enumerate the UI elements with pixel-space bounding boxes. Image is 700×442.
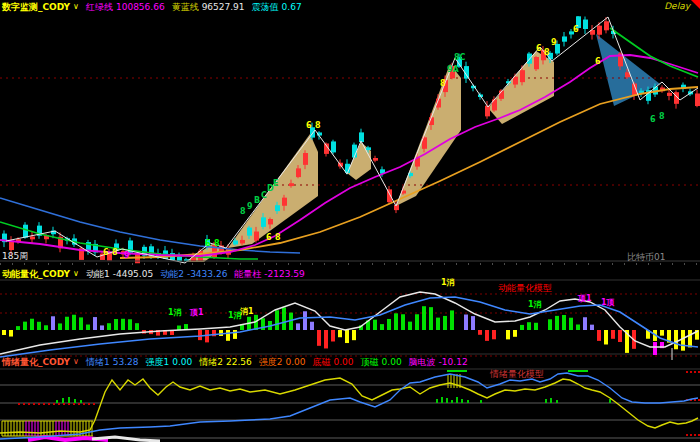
- alert-corner-triangle-icon: [691, 0, 700, 9]
- delay-badge[interactable]: Delay: [664, 1, 690, 11]
- signal-marker: 1消: [168, 309, 182, 317]
- signal-marker: 9A: [447, 66, 459, 74]
- momentum-indicator-values: 动能1-4495.05动能2-3433.26能量柱-2123.59: [86, 268, 305, 280]
- momentum-model-label: 动能量化模型: [498, 283, 552, 293]
- signal-marker: 8: [240, 208, 246, 216]
- chevron-down-icon[interactable]: ∨: [73, 268, 79, 280]
- signal-marker: 1顶: [601, 299, 615, 307]
- main-indicator-values: 红绿线100856.66黄蓝线96527.91震荡值0.67: [86, 1, 302, 13]
- signal-marker: 9: [124, 252, 130, 260]
- signal-marker: 6: [536, 45, 542, 53]
- indicator-field: 强度20.00: [259, 356, 306, 368]
- signal-marker: 9: [247, 203, 253, 211]
- signal-marker: 顶1: [190, 309, 204, 317]
- period-label: 185周: [2, 251, 28, 261]
- chevron-down-icon[interactable]: ∨: [73, 1, 79, 13]
- signal-marker: 顶1: [578, 295, 592, 303]
- indicator-field: 情绪222.56: [199, 356, 252, 368]
- trading-app-window: 数字监测_CODY ∨ 红绿线100856.66黄蓝线96527.91震荡值0.…: [0, 0, 700, 442]
- signal-marker: B: [254, 197, 260, 205]
- sentiment-indicator-values: 情绪153.28强度10.00情绪222.56强度20.00底磁0.00顶磁0.…: [86, 356, 468, 368]
- signal-marker: 9: [551, 39, 557, 47]
- signal-marker: 6: [306, 122, 312, 130]
- signal-marker: E: [273, 180, 278, 188]
- indicator-field: 情绪153.28: [86, 356, 139, 368]
- signal-marker: 8: [440, 80, 446, 88]
- signal-marker: 8C: [454, 54, 465, 62]
- momentum-indicator-title[interactable]: 动能量化_CODY: [2, 268, 70, 280]
- chevron-down-icon[interactable]: ∨: [73, 356, 79, 368]
- indicator-field: 顶磁0.00: [361, 356, 402, 368]
- indicator-field: 黄蓝线96527.91: [172, 1, 245, 13]
- signal-marker: 8: [275, 234, 281, 242]
- signal-marker: 8: [112, 249, 118, 257]
- indicator-field: 能量柱-2123.59: [234, 268, 304, 280]
- main-indicator-header: 数字监测_CODY ∨ 红绿线100856.66黄蓝线96527.91震荡值0.…: [2, 1, 302, 13]
- indicator-field: 底磁0.00: [313, 356, 354, 368]
- signal-marker: 8: [544, 49, 550, 57]
- momentum-indicator-header: 动能量化_CODY ∨ 动能1-4495.05动能2-3433.26能量柱-21…: [2, 268, 305, 280]
- sentiment-indicator-title[interactable]: 情绪量化_CODY: [2, 356, 70, 368]
- signal-marker: 8: [659, 113, 665, 121]
- signal-marker: 6: [205, 240, 211, 248]
- sentiment-model-label: 情绪量化模型: [490, 369, 544, 379]
- signal-marker: 1消: [441, 279, 455, 287]
- sentiment-indicator-header: 情绪量化_CODY ∨ 情绪153.28强度10.00情绪222.56强度20.…: [2, 356, 468, 368]
- signal-marker: C: [261, 192, 267, 200]
- signal-marker: 8: [315, 122, 321, 130]
- indicator-field: 红绿线100856.66: [86, 1, 165, 13]
- signal-marker: 6: [103, 249, 109, 257]
- indicator-field: 强度10.00: [145, 356, 192, 368]
- indicator-field: 脑电波-10.12: [409, 356, 468, 368]
- main-indicator-title[interactable]: 数字监测_CODY: [2, 1, 70, 13]
- indicator-field: 震荡值0.67: [252, 1, 302, 13]
- signal-marker: 6: [595, 58, 601, 66]
- signal-marker: 8: [214, 240, 220, 248]
- signal-marker: 1消: [528, 301, 542, 309]
- signal-marker: 6: [573, 26, 579, 34]
- signal-marker: 6: [266, 234, 272, 242]
- signal-marker: 消1: [240, 308, 254, 316]
- symbol-label: 比特币01: [627, 252, 665, 262]
- signal-marker: 6: [650, 116, 656, 124]
- indicator-field: 动能2-3433.26: [160, 268, 227, 280]
- indicator-field: 动能1-4495.05: [86, 268, 153, 280]
- chart-canvas[interactable]: [0, 0, 700, 442]
